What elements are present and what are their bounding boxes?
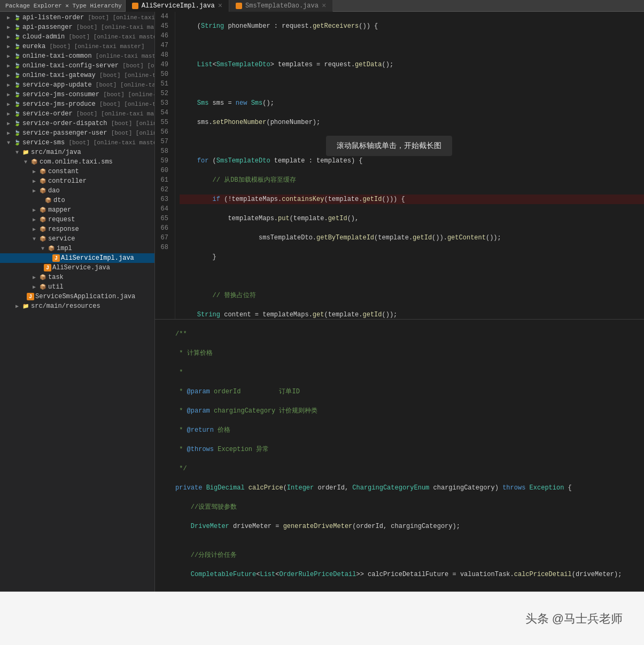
package-icon: 📦: [30, 158, 38, 166]
chevron-right-icon: ▶: [4, 61, 13, 70]
comment-line: * @param orderId 订单ID: [175, 387, 644, 397]
chevron-right-icon: ▶: [4, 100, 13, 108]
sidebar-item-request[interactable]: ▶ 📦 request: [0, 215, 154, 224]
sidebar-item-ali-service-impl[interactable]: J AliServiceImpl.java: [0, 253, 154, 263]
spring-icon: 🍃: [13, 90, 21, 99]
code-line: (String phoneNumber : request.getReceive…: [180, 21, 644, 31]
tree-label: cloud-admin [boot] [online-taxi master]: [21, 33, 154, 41]
code-line: templateMaps.put(template.getId(),: [180, 214, 644, 223]
sidebar-item-api-passenger[interactable]: ▶ 🍃 api-passenger [boot] [online-taxi ma…: [0, 22, 154, 32]
sidebar-item-service-app-update[interactable]: ▶ 🍃 service-app-update [boot] [online-ta…: [0, 80, 154, 90]
bottom-code-content[interactable]: /** * 计算价格 * * @param orderId 订单ID * @pa…: [155, 320, 644, 592]
sidebar-item-com-online-taxi-sms[interactable]: ▼ 📦 com.online.taxi.sms: [0, 157, 154, 167]
tab1-label: AliServiceImpl.java: [142, 2, 215, 10]
sidebar-item-response[interactable]: ▶ 📦 response: [0, 224, 154, 234]
tree-label: src/main/resources: [30, 302, 100, 310]
java-file-icon2: J: [44, 264, 51, 271]
sidebar-item-api-listen-order[interactable]: ▶ 🍃 api-listen-order [boot] [online-taxi…: [0, 13, 154, 22]
chevron-right-icon: ▶: [30, 283, 38, 291]
java-icon2: [236, 3, 242, 9]
sidebar-item-service-jms-consumer[interactable]: ▶ 🍃 service-jms-consumer [boot] [online-…: [0, 90, 154, 99]
tree-label: response: [47, 226, 79, 233]
sidebar-item-service-order-dispatch[interactable]: ▶ 🍃 service-order-dispatch [boot] [onlin…: [0, 119, 154, 128]
tab2-close[interactable]: ×: [322, 2, 326, 10]
chevron-right-icon: ▶: [30, 177, 38, 185]
package-explorer-title[interactable]: Package Explorer ✕ Type Hierarchy: [2, 0, 126, 11]
sidebar-item-service-sms-application[interactable]: J ServiceSmsApplication.java: [0, 292, 154, 301]
bottom-panel: /** * 计算价格 * * @param orderId 订单ID * @pa…: [155, 319, 644, 592]
sidebar-item-impl[interactable]: ▼ 📦 impl: [0, 244, 154, 253]
sidebar-item-online-taxi-common[interactable]: ▶ 🍃 online-taxi-common [online-taxi mast…: [0, 51, 154, 61]
sidebar-item-service[interactable]: ▼ 📦 service: [0, 234, 154, 244]
bottom-line-numbers: [155, 320, 171, 592]
chevron-right-icon: ▶: [4, 42, 13, 51]
tree-label: constant: [47, 168, 79, 175]
sidebar-item-service-passenger-user[interactable]: ▶ 🍃 service-passenger-user [boot] [onlin…: [0, 128, 154, 138]
sidebar-tree: ▶ 🍃 api-listen-order [boot] [online-taxi…: [0, 12, 154, 312]
tooltip-overlay[interactable]: 滚动鼠标轴或单击，开始截长图: [326, 136, 452, 156]
chevron-right-icon: ▶: [13, 302, 21, 310]
top-bar: Package Explorer ✕ Type Hierarchy AliSer…: [0, 0, 644, 12]
folder-icon: 📁: [21, 148, 30, 157]
code-line: List<SmsTemplateDto> templates = request…: [180, 60, 644, 69]
chevron-down-icon: ▼: [38, 244, 47, 253]
tree-label: AliService.java: [51, 264, 110, 271]
code-line: for (SmsTemplateDto template : templates…: [180, 156, 644, 166]
tab-sms-template-dao[interactable]: SmsTemplateDao.java ×: [229, 0, 333, 12]
spring-icon: 🍃: [13, 52, 21, 60]
sidebar-item-eureka[interactable]: ▶ 🍃 eureka [boot] [online-taxi master]: [0, 42, 154, 51]
tree-label: api-listen-order [boot] [online-taxi mas…: [21, 14, 154, 21]
sidebar-item-service-order[interactable]: ▶ 🍃 service-order [boot] [online-taxi ma…: [0, 109, 154, 119]
tree-label: online-taxi-common [online-taxi master]: [21, 52, 154, 60]
sidebar-item-src-main-java[interactable]: ▼ 📁 src/main/java: [0, 147, 154, 157]
sidebar-item-ali-service[interactable]: J AliService.java: [0, 263, 154, 273]
sidebar-item-dto[interactable]: 📦 dto: [0, 196, 154, 205]
sidebar-item-cloud-admin[interactable]: ▶ 🍃 cloud-admin [boot] [online-taxi mast…: [0, 32, 154, 42]
tab-ali-service-impl[interactable]: AliServiceImpl.java ×: [126, 0, 229, 12]
code-lines: (String phoneNumber : request.getReceive…: [175, 12, 644, 319]
spring-icon: 🍃: [13, 110, 21, 118]
chevron-right-icon: ▶: [30, 206, 38, 214]
sidebar-item-util[interactable]: ▶ 📦 util: [0, 282, 154, 292]
code-content[interactable]: 44 45 46 47 48 49 50 51 52 53 54 55 56 5…: [155, 12, 644, 319]
tab2-label: SmsTemplateDao.java: [245, 2, 319, 10]
sidebar-item-service-jms-produce[interactable]: ▶ 🍃 service-jms-produce [boot] [online-t…: [0, 99, 154, 109]
code-panel[interactable]: 44 45 46 47 48 49 50 51 52 53 54 55 56 5…: [155, 12, 644, 319]
main-layout: ▶ 🍃 api-listen-order [boot] [online-taxi…: [0, 12, 644, 592]
folder-icon2: 📁: [21, 302, 30, 310]
sidebar-item-controller[interactable]: ▶ 📦 controller: [0, 176, 154, 186]
tab1-close[interactable]: ×: [218, 2, 222, 10]
spring-icon: 🍃: [13, 42, 21, 51]
sidebar-item-online-taxi-config-server[interactable]: ▶ 🍃 online-taxi-config-server [boot] [on…: [0, 61, 154, 71]
package-icon: 📦: [44, 196, 52, 205]
code-line: String content = templateMaps.get(templa…: [180, 310, 644, 319]
sidebar-item-dao[interactable]: ▶ 📦 dao: [0, 186, 154, 196]
chevron-right-icon: ▶: [4, 90, 13, 99]
chevron-right-icon: ▶: [4, 71, 13, 80]
tree-label: online-taxi-gateway [boot] [online-taxi …: [21, 72, 154, 79]
package-icon: 📦: [38, 177, 47, 185]
code-line: //设置驾驶参数: [175, 502, 644, 512]
tree-label: service-jms-consumer [boot] [online-taxi…: [21, 91, 154, 98]
tree-label: service-passenger-user [boot] [online-ta…: [21, 129, 154, 137]
java-icon: [132, 3, 138, 9]
tree-label: service-order [boot] [online-taxi master…: [21, 110, 154, 118]
code-line: sms.setPhoneNumber(phoneNumber);: [180, 118, 644, 127]
code-line: // 从DB加载模板内容至缓存: [180, 175, 644, 185]
footer-bar: 头条 @马士兵老师: [0, 592, 644, 645]
sidebar-item-task[interactable]: ▶ 📦 task: [0, 273, 154, 282]
java-file-icon3: J: [27, 293, 34, 300]
sidebar-item-mapper[interactable]: ▶ 📦 mapper: [0, 205, 154, 215]
sidebar-item-src-main-resources[interactable]: ▶ 📁 src/main/resources: [0, 301, 154, 311]
watermark-text: 头条 @马士兵老师: [525, 611, 623, 627]
sidebar-item-constant[interactable]: ▶ 📦 constant: [0, 167, 154, 176]
package-icon: 📦: [38, 283, 47, 291]
tree-label: service-jms-produce [boot] [online-taxi …: [21, 100, 154, 108]
sidebar-item-online-taxi-gateway[interactable]: ▶ 🍃 online-taxi-gateway [boot] [online-t…: [0, 71, 154, 80]
sidebar-item-service-sms[interactable]: ▼ 🍃 service-sms [boot] [online-taxi mast…: [0, 138, 154, 147]
package-explorer-label: Package Explorer ✕ Type Hierarchy: [5, 2, 122, 9]
chevron-down-icon: ▼: [30, 235, 38, 243]
tree-label: dto: [52, 197, 65, 204]
chevron-right-icon: ▶: [30, 215, 38, 224]
tree-label: controller: [47, 177, 87, 185]
